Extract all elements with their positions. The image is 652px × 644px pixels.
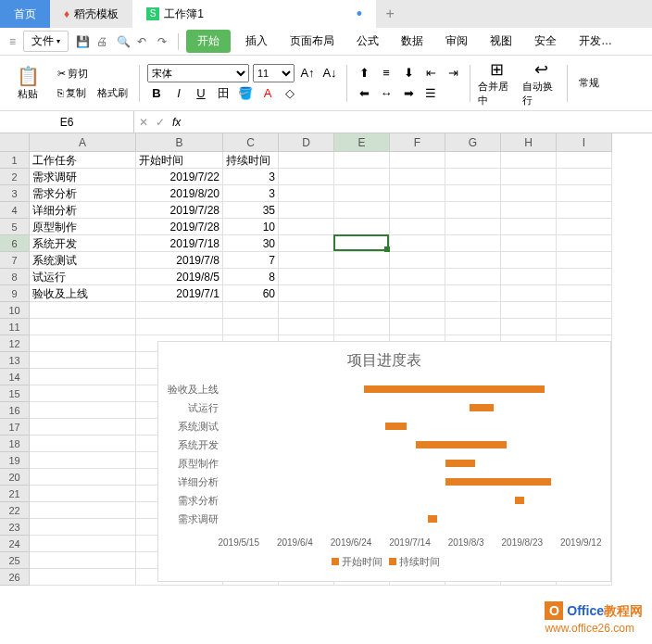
- cell[interactable]: 30: [223, 235, 279, 252]
- cell[interactable]: [30, 552, 136, 569]
- cell[interactable]: [557, 169, 612, 185]
- column-header[interactable]: G: [445, 133, 501, 152]
- fx-icon[interactable]: fx: [172, 116, 181, 129]
- row-header[interactable]: 21: [0, 486, 30, 502]
- cell[interactable]: [557, 269, 612, 285]
- align-middle-icon[interactable]: ≡: [377, 64, 395, 82]
- cell[interactable]: 2019/7/22: [136, 169, 223, 185]
- menu-review[interactable]: 审阅: [438, 31, 475, 52]
- underline-button[interactable]: U: [192, 84, 210, 103]
- menu-view[interactable]: 视图: [483, 31, 520, 52]
- cell[interactable]: [501, 169, 557, 185]
- cell[interactable]: 60: [223, 285, 279, 302]
- cell[interactable]: [30, 302, 136, 319]
- cell[interactable]: [390, 185, 445, 202]
- cell[interactable]: [279, 219, 334, 235]
- column-header[interactable]: B: [136, 133, 223, 152]
- cell[interactable]: [279, 202, 334, 219]
- cell[interactable]: [557, 202, 612, 219]
- fill-color-button[interactable]: 🪣: [236, 84, 255, 103]
- cell[interactable]: [501, 152, 557, 169]
- gantt-chart[interactable]: 项目进度表 验收及上线试运行系统测试系统开发原型制作详细分析需求分析需求调研 2…: [157, 341, 611, 582]
- cell[interactable]: 详细分析: [30, 202, 136, 219]
- indent-left-icon[interactable]: ⇤: [421, 64, 440, 82]
- cell[interactable]: [557, 219, 612, 235]
- cell[interactable]: [445, 185, 501, 202]
- cell[interactable]: [557, 152, 612, 169]
- cell[interactable]: [557, 185, 612, 202]
- cell[interactable]: [445, 235, 501, 252]
- clear-format-button[interactable]: ◇: [281, 84, 299, 103]
- cell[interactable]: 7: [223, 252, 279, 269]
- cell[interactable]: [223, 302, 279, 319]
- cell[interactable]: 3: [223, 169, 279, 185]
- save-icon[interactable]: 💾: [76, 35, 89, 48]
- cell[interactable]: [334, 235, 390, 252]
- column-header[interactable]: C: [223, 133, 279, 152]
- cell[interactable]: [30, 419, 136, 436]
- cell[interactable]: 开始时间: [136, 152, 223, 169]
- decrease-font-icon[interactable]: A↓: [320, 64, 339, 82]
- app-menu-icon[interactable]: ≡: [9, 35, 16, 48]
- row-header[interactable]: 3: [0, 185, 30, 202]
- cell[interactable]: [279, 185, 334, 202]
- bold-button[interactable]: B: [147, 84, 166, 103]
- align-top-icon[interactable]: ⬆: [355, 64, 373, 82]
- cell[interactable]: [501, 302, 557, 319]
- cell[interactable]: [279, 252, 334, 269]
- cell[interactable]: [30, 502, 136, 519]
- cell[interactable]: [30, 569, 136, 586]
- cell[interactable]: [279, 269, 334, 285]
- row-header[interactable]: 13: [0, 352, 30, 369]
- cell[interactable]: [30, 319, 136, 335]
- cell[interactable]: [557, 319, 612, 335]
- cell[interactable]: 需求调研: [30, 169, 136, 185]
- cell[interactable]: [501, 219, 557, 235]
- cell[interactable]: [30, 402, 136, 419]
- cell[interactable]: [30, 519, 136, 536]
- cell[interactable]: [279, 285, 334, 302]
- cell[interactable]: [279, 235, 334, 252]
- row-header[interactable]: 2: [0, 169, 30, 185]
- tab-workbook[interactable]: S 工作簿1 •: [132, 0, 376, 28]
- row-header[interactable]: 9: [0, 285, 30, 302]
- cell[interactable]: [390, 202, 445, 219]
- align-bottom-icon[interactable]: ⬇: [399, 64, 418, 82]
- cell[interactable]: [445, 252, 501, 269]
- cell[interactable]: 2019/7/28: [136, 219, 223, 235]
- cell[interactable]: [279, 169, 334, 185]
- cell[interactable]: 2019/7/8: [136, 252, 223, 269]
- confirm-icon[interactable]: ✓: [156, 116, 165, 129]
- preview-icon[interactable]: 🔍: [117, 35, 130, 48]
- cell[interactable]: [445, 319, 501, 335]
- row-header[interactable]: 6: [0, 235, 30, 252]
- menu-dev[interactable]: 开发…: [571, 31, 620, 52]
- cell[interactable]: 2019/7/1: [136, 285, 223, 302]
- menu-data[interactable]: 数据: [394, 31, 431, 52]
- cell[interactable]: [30, 486, 136, 502]
- name-box[interactable]: E6: [0, 111, 134, 133]
- redo-icon[interactable]: ↷: [157, 35, 170, 48]
- column-header[interactable]: H: [501, 133, 557, 152]
- cell[interactable]: [557, 235, 612, 252]
- size-select[interactable]: 11: [253, 64, 295, 82]
- cell[interactable]: [30, 469, 136, 486]
- row-header[interactable]: 18: [0, 436, 30, 452]
- font-select[interactable]: 宋体: [147, 64, 249, 82]
- paste-button[interactable]: 📋 粘贴: [9, 65, 46, 101]
- row-header[interactable]: 19: [0, 452, 30, 469]
- align-right-icon[interactable]: ➡: [399, 84, 418, 103]
- cell[interactable]: [390, 285, 445, 302]
- cell[interactable]: 35: [223, 202, 279, 219]
- cell[interactable]: [334, 302, 390, 319]
- row-header[interactable]: 14: [0, 369, 30, 385]
- cell[interactable]: [390, 252, 445, 269]
- cell[interactable]: [390, 169, 445, 185]
- row-header[interactable]: 4: [0, 202, 30, 219]
- cell[interactable]: 2019/7/18: [136, 235, 223, 252]
- print-icon[interactable]: 🖨: [96, 35, 109, 48]
- menu-insert[interactable]: 插入: [238, 31, 275, 52]
- column-header[interactable]: E: [334, 133, 390, 152]
- cell[interactable]: [390, 219, 445, 235]
- cell[interactable]: [334, 152, 390, 169]
